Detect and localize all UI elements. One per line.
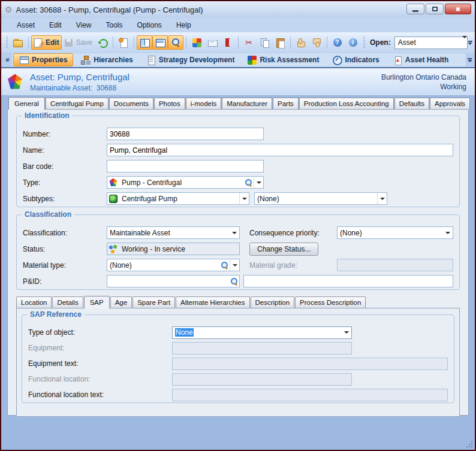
classification-dropdown-button[interactable] <box>230 227 239 238</box>
type-of-object-label: Type of object: <box>28 328 172 337</box>
copy-button[interactable] <box>257 35 272 50</box>
open-combobox-dropdown[interactable] <box>462 38 467 47</box>
tab-manufacturer[interactable]: Manufacturer <box>222 98 272 109</box>
material-type-dropdown-button[interactable] <box>230 259 239 271</box>
resize-grip[interactable] <box>466 441 472 447</box>
asset-subtitle: Maintainable Asset: 30688 <box>30 84 129 92</box>
menu-tools[interactable]: Tools <box>99 19 130 31</box>
material-type-combobox[interactable]: (None) <box>107 259 240 271</box>
chevron-down-icon <box>468 60 472 62</box>
zoom-button[interactable] <box>168 35 183 50</box>
subtab-location[interactable]: Location <box>16 296 52 308</box>
tab-hierarchies[interactable]: Hierarchies <box>76 54 138 66</box>
functional-location-text-label: Functional location text: <box>28 391 172 399</box>
tab-photos[interactable]: Photos <box>154 98 185 109</box>
thumbs-down-icon <box>312 38 322 48</box>
type-of-object-combobox[interactable]: None <box>172 326 352 339</box>
tab-parts[interactable]: Parts <box>273 98 299 109</box>
subtab-details[interactable]: Details <box>52 296 83 308</box>
tab-general[interactable]: General <box>8 97 45 110</box>
subtab-alternate-hierarchies[interactable]: Alternate Hierarchies <box>176 296 249 308</box>
info-button[interactable] <box>345 35 361 50</box>
bar-code-input[interactable] <box>107 160 264 172</box>
menu-asset[interactable]: Asset <box>10 19 42 31</box>
menu-help[interactable]: Help <box>169 19 198 31</box>
number-input[interactable] <box>107 128 264 140</box>
explorer-button[interactable] <box>189 35 204 50</box>
tab-production-loss-accounting[interactable]: Production Loss Accounting <box>299 98 394 109</box>
type-combobox[interactable]: Pump - Centrifugal <box>107 176 264 189</box>
subtype-icon <box>109 195 118 203</box>
status-balloons-icon <box>109 244 118 254</box>
tab-i-models[interactable]: i-models <box>186 98 221 109</box>
identification-legend: Identification <box>22 111 73 120</box>
asset-type-gem-icon <box>109 178 118 187</box>
type-lookup-icon[interactable] <box>244 178 252 187</box>
tab-asset-health[interactable]: Asset Health <box>387 54 454 66</box>
consequence-priority-combobox[interactable]: (None) <box>337 226 453 239</box>
bookmark-button[interactable] <box>220 35 236 50</box>
material-type-lookup-icon[interactable] <box>220 261 228 270</box>
sap-reference-legend: SAP Reference <box>27 310 85 319</box>
menu-options[interactable]: Options <box>130 19 169 31</box>
subtab-process-description[interactable]: Process Description <box>295 296 366 308</box>
module-tabs-overflow-button[interactable] <box>466 53 474 66</box>
subtype-2-dropdown-button[interactable] <box>377 193 387 204</box>
asset-header: Asset: Pump, Centrifugal Maintainable As… <box>1 68 475 96</box>
chevron-down-icon <box>344 331 349 334</box>
split-horizontal-button[interactable] <box>152 35 168 50</box>
save-button[interactable]: Save <box>62 35 95 50</box>
name-input[interactable] <box>107 144 453 156</box>
functional-location-input <box>172 373 352 386</box>
tab-documents[interactable]: Documents <box>109 98 153 109</box>
subtab-spare-part[interactable]: Spare Part <box>132 296 175 308</box>
classification-combobox[interactable]: Maintainable Asset <box>107 226 240 239</box>
title-bar[interactable]: ⚙ Asset: 30688 - Pump, Centrifugal (Pump… <box>1 1 475 18</box>
close-button[interactable]: ✖ <box>445 4 471 14</box>
tab-indicators[interactable]: Indicators <box>327 54 384 66</box>
cut-button[interactable]: ✂ <box>241 35 257 50</box>
paste-button[interactable] <box>272 35 288 50</box>
pid-lookup-field[interactable] <box>107 275 240 287</box>
subtype-2-value: (None) <box>255 195 377 203</box>
edit-button[interactable]: Edit <box>31 35 62 50</box>
type-dropdown-button[interactable] <box>254 177 263 188</box>
help-button[interactable] <box>330 35 345 50</box>
battery-health-icon <box>393 55 402 65</box>
subtab-description[interactable]: Description <box>251 296 295 308</box>
collapse-chevron-icon[interactable]: « <box>3 55 11 65</box>
chevron-down-icon <box>468 43 472 45</box>
change-status-button[interactable]: Change Status... <box>249 243 318 256</box>
thumbs-down-button[interactable] <box>309 35 324 50</box>
subtype-2-combobox[interactable]: (None) <box>254 192 387 205</box>
maximize-button[interactable] <box>426 4 444 14</box>
pid-lookup-icon[interactable] <box>230 277 238 286</box>
send-button[interactable] <box>204 35 220 50</box>
open-folder-button[interactable] <box>10 35 26 50</box>
split-vertical-button[interactable] <box>137 35 152 50</box>
type-of-object-dropdown-button[interactable] <box>342 327 351 338</box>
subtype-1-combobox[interactable]: Centrifugal Pump <box>107 192 249 205</box>
new-item-button[interactable] <box>116 35 131 50</box>
tab-centrifugal-pump[interactable]: Centrifugal Pump <box>46 98 109 109</box>
open-combobox[interactable]: Asset <box>394 37 468 49</box>
consequence-dropdown-button[interactable] <box>443 227 453 238</box>
tab-properties[interactable]: Properties <box>13 53 73 66</box>
pid-description-input[interactable] <box>243 275 453 287</box>
tab-defaults[interactable]: Defaults <box>394 98 429 109</box>
tab-approvals[interactable]: Approvals <box>430 98 470 109</box>
edit-button-label: Edit <box>46 38 59 47</box>
menu-edit[interactable]: Edit <box>42 19 69 31</box>
status-field: Working - In service <box>107 243 240 255</box>
thumbs-up-button[interactable] <box>293 35 309 50</box>
minimize-button[interactable] <box>406 4 424 14</box>
menu-view[interactable]: View <box>69 19 99 31</box>
subtab-age[interactable]: Age <box>110 296 132 308</box>
tab-risk-assessment[interactable]: Risk Assessment <box>242 55 324 66</box>
tab-strategy-development[interactable]: Strategy Development <box>141 54 240 66</box>
toolbar-overflow-button[interactable] <box>468 35 472 50</box>
subtab-sap[interactable]: SAP <box>84 296 110 308</box>
subtype-1-dropdown-button[interactable] <box>239 193 249 204</box>
thumbs-up-icon <box>296 38 306 48</box>
refresh-button[interactable] <box>95 35 110 50</box>
